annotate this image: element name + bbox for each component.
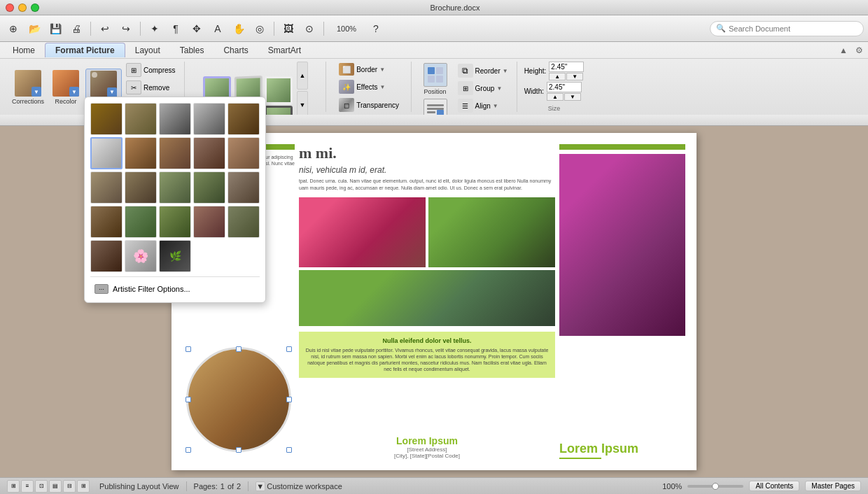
- filter-thumb-6[interactable]: [125, 137, 157, 169]
- artistic-filter-options-btn[interactable]: ⋯ Artistic Filter Options...: [90, 281, 260, 297]
- filter-thumb-14[interactable]: [227, 171, 260, 204]
- new-btn[interactable]: ⊕: [4, 20, 22, 38]
- cursor-btn[interactable]: ✥: [188, 20, 206, 38]
- maximize-button[interactable]: [31, 3, 39, 12]
- all-contents-btn[interactable]: All Contents: [749, 481, 799, 491]
- filter-thumb-3[interactable]: [193, 103, 225, 135]
- tab-layout[interactable]: Layout: [125, 43, 170, 57]
- group-label: Group: [475, 85, 495, 92]
- effects-button[interactable]: ✨ Effects ▼: [336, 78, 388, 95]
- redo-btn[interactable]: ↪: [117, 20, 135, 38]
- format-btn[interactable]: ✦: [146, 20, 164, 38]
- filter-thumb-10[interactable]: [90, 171, 122, 204]
- filter-icon: ▼: [90, 71, 117, 97]
- ribbon-collapse-btn[interactable]: ▲: [837, 44, 850, 57]
- tab-home[interactable]: Home: [3, 43, 45, 57]
- filter-thumb-2[interactable]: [159, 103, 191, 135]
- link-btn[interactable]: ⊙: [300, 20, 318, 38]
- style-thumb-3[interactable]: [265, 76, 293, 104]
- text-btn[interactable]: A: [209, 20, 227, 38]
- recolor-label: Recolor: [55, 98, 76, 105]
- filter-thumb-16[interactable]: [125, 206, 157, 238]
- filter-thumb-20[interactable]: [90, 240, 122, 272]
- filter-thumb-22[interactable]: 🌿: [159, 240, 191, 272]
- tab-charts[interactable]: Charts: [214, 43, 258, 57]
- width-stepper: ▲ ▼: [547, 82, 582, 101]
- zoom-handle[interactable]: [712, 483, 719, 490]
- align-button[interactable]: ☰ Align ▼: [455, 97, 511, 114]
- filter-thumb-15[interactable]: [90, 206, 122, 238]
- tab-smartart[interactable]: SmartArt: [258, 43, 311, 57]
- filter-thumb-8[interactable]: [193, 137, 225, 169]
- styles-up-btn[interactable]: ▲: [297, 62, 308, 90]
- border-button[interactable]: ⬜ Border ▼: [336, 62, 388, 77]
- filter-thumb-0[interactable]: [90, 103, 122, 135]
- width-down-btn[interactable]: ▼: [564, 93, 581, 101]
- tab-format-picture[interactable]: Format Picture: [45, 43, 125, 57]
- move-btn[interactable]: ✋: [230, 20, 248, 38]
- recolor-icon: ▼: [52, 70, 79, 97]
- width-up-btn[interactable]: ▲: [547, 93, 564, 101]
- ribbon-tabs: Home Format Picture Layout Tables Charts…: [0, 42, 868, 59]
- filter-thumb-19[interactable]: [227, 206, 260, 238]
- tab-tables[interactable]: Tables: [170, 43, 214, 57]
- search-input[interactable]: [729, 24, 858, 33]
- master-pages-btn[interactable]: Master Pages: [805, 481, 861, 491]
- compress-button[interactable]: ⊞ Compress: [123, 62, 178, 78]
- handle-ml[interactable]: [186, 397, 191, 402]
- height-up-btn[interactable]: ▲: [549, 73, 566, 80]
- remove-button[interactable]: ✂ Remove: [123, 79, 178, 96]
- zoom-slider[interactable]: [687, 485, 743, 488]
- window-controls[interactable]: [6, 3, 39, 12]
- filter-thumb-1[interactable]: [125, 103, 157, 135]
- view-icon-2[interactable]: ≡: [21, 480, 34, 493]
- close-button[interactable]: [6, 3, 14, 12]
- view-icon-5[interactable]: ⊟: [63, 480, 76, 493]
- view-icon-3[interactable]: ⊡: [35, 480, 48, 493]
- height-input[interactable]: [549, 62, 584, 72]
- ribbon-settings-btn[interactable]: ⚙: [853, 44, 865, 57]
- save-btn[interactable]: 💾: [46, 20, 64, 38]
- search-box[interactable]: 🔍: [710, 21, 864, 36]
- filter-thumb-11[interactable]: [125, 171, 157, 204]
- filter-thumb-17[interactable]: [159, 206, 191, 238]
- print-btn[interactable]: 🖨: [67, 20, 85, 38]
- handle-tm[interactable]: [236, 346, 241, 352]
- handle-bm[interactable]: [236, 447, 241, 453]
- height-down-btn[interactable]: ▼: [566, 73, 583, 80]
- filter-thumb-4[interactable]: [227, 103, 260, 135]
- width-input[interactable]: [547, 82, 582, 92]
- help-btn[interactable]: ?: [367, 20, 385, 38]
- filter-thumb-18[interactable]: [193, 206, 225, 238]
- filter-thumb-7[interactable]: [159, 137, 191, 169]
- view-icon-4[interactable]: ▤: [49, 480, 62, 493]
- corrections-button[interactable]: ▼ Corrections: [10, 69, 46, 106]
- transparency-button[interactable]: ◻ Transparency: [336, 97, 402, 113]
- recolor-button[interactable]: ▼ Recolor: [48, 69, 84, 106]
- filter-thumb-21[interactable]: 🌸: [125, 240, 157, 272]
- position-button[interactable]: Position: [419, 62, 452, 97]
- reorder-button[interactable]: ⧉ Reorder ▼: [455, 62, 511, 79]
- paragraph-btn[interactable]: ¶: [167, 20, 185, 38]
- filter-thumb-13[interactable]: [193, 171, 225, 204]
- handle-tl[interactable]: [186, 346, 191, 352]
- open-btn[interactable]: 📂: [25, 20, 43, 38]
- zoom-display[interactable]: 100%: [329, 20, 364, 38]
- view-icon-6[interactable]: ⊞: [77, 480, 90, 493]
- handle-br[interactable]: [286, 447, 292, 453]
- shape-btn[interactable]: ◎: [251, 20, 269, 38]
- handle-bl[interactable]: [186, 447, 191, 453]
- circle-image[interactable]: [186, 347, 291, 452]
- media-btn[interactable]: 🖼: [279, 20, 298, 38]
- customize-workspace[interactable]: ▼ Customize workspace: [255, 481, 342, 491]
- filter-thumb-5[interactable]: [90, 137, 122, 169]
- view-icon-1[interactable]: ⊞: [7, 480, 20, 493]
- compress-label: Compress: [144, 66, 176, 74]
- handle-mr[interactable]: [286, 397, 292, 402]
- group-button[interactable]: ⊞ Group ▼: [455, 80, 511, 97]
- minimize-button[interactable]: [18, 3, 27, 12]
- handle-tr[interactable]: [286, 346, 292, 352]
- filter-thumb-9[interactable]: [227, 137, 260, 169]
- filter-thumb-12[interactable]: [159, 171, 191, 204]
- undo-btn[interactable]: ↩: [96, 20, 114, 38]
